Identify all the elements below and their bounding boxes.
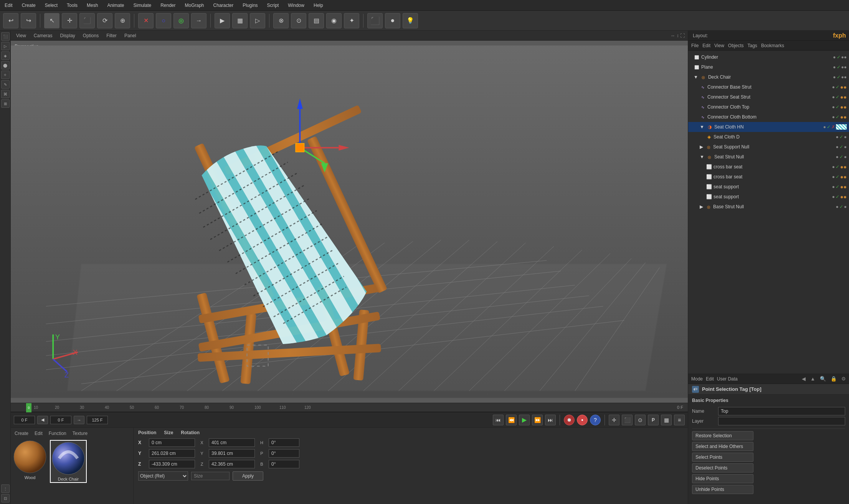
tree-item-base-strut-null[interactable]: ▶ ◎ Base Strut Null ● ✓ ● — [688, 202, 849, 212]
autokey-button[interactable]: ⊙ — [635, 415, 646, 425]
y-position-input[interactable] — [149, 449, 195, 458]
delete-button[interactable]: ✕ — [138, 13, 154, 28]
menu-create[interactable]: Create — [20, 2, 37, 9]
name-input[interactable] — [718, 407, 845, 415]
menu-character[interactable]: Character — [212, 2, 235, 9]
move-tool-button[interactable]: ✛ — [62, 13, 77, 28]
left-tool-bottom-1[interactable]: ⋮ — [1, 484, 10, 493]
prev-frame-button[interactable]: ⏪ — [506, 415, 517, 425]
redo-button[interactable]: ↪ — [21, 13, 36, 28]
menu-mesh[interactable]: Mesh — [85, 2, 99, 9]
skip-start-button[interactable]: ⏮ — [493, 415, 504, 425]
left-tool-5[interactable]: ⟡ — [1, 71, 10, 79]
current-frame-indicator[interactable]: 0 — [26, 403, 31, 412]
frame-prev-btn[interactable]: ◀ — [37, 416, 48, 424]
menu-window[interactable]: Window — [286, 2, 306, 9]
size-field[interactable] — [191, 472, 230, 480]
grid-button[interactable]: ▤ — [309, 13, 324, 28]
record-button[interactable]: ▦ — [232, 13, 248, 28]
play-button[interactable]: ▶ — [215, 13, 230, 28]
menu-select[interactable]: Select — [43, 2, 59, 9]
menu-mograph[interactable]: MoGraph — [183, 2, 206, 9]
viewport-tab-cameras[interactable]: Cameras — [31, 32, 55, 39]
z-size-input[interactable] — [209, 460, 255, 468]
expand-arrow-deck-chair[interactable]: ▼ — [694, 74, 698, 80]
tree-item-connector-seat-strut[interactable]: ∿ Connector Seat Strut ● ✓ ●● — [688, 92, 849, 102]
cube-view-button[interactable]: ⬛ — [367, 13, 383, 28]
frame-step-btn[interactable]: → — [74, 416, 84, 424]
menu-animate[interactable]: Animate — [106, 2, 126, 9]
menu-render[interactable]: Render — [159, 2, 177, 9]
render-preview-button[interactable]: ✦ — [344, 13, 359, 28]
play-forward-button[interactable]: ▶ — [519, 415, 530, 425]
tree-item-cross-bar-seat-1[interactable]: ⬜ cross bar seat ● ✓ ●● — [688, 162, 849, 172]
y-rotation-input[interactable] — [269, 449, 299, 458]
menu-simulate[interactable]: Simulate — [132, 2, 153, 9]
rotate-tool-button[interactable]: ⟳ — [97, 13, 112, 28]
keyframe-p-button[interactable]: P — [648, 415, 659, 425]
mat-tab-texture[interactable]: Texture — [71, 430, 89, 437]
record-button-red[interactable]: ⏺ — [564, 415, 575, 425]
tree-item-connector-cloth-bottom[interactable]: ∿ Connector Cloth Bottom ● ✓ ●● — [688, 112, 849, 122]
y-axis-button[interactable]: ○ — [156, 13, 171, 28]
props-settings-icon[interactable]: ⚙ — [841, 376, 846, 382]
left-tool-4[interactable]: ⬤ — [1, 61, 10, 69]
props-menu-userdata[interactable]: User Data — [717, 376, 738, 382]
mat-tab-create[interactable]: Create — [13, 430, 30, 437]
tree-item-seat-cloth-hn[interactable]: ▼ ◑ Seat Cloth HN ● ✓ ✗ — [688, 122, 849, 132]
light-button[interactable]: 💡 — [403, 13, 418, 28]
tree-item-cross-bar-seat-2[interactable]: ⬜ cross bar seat ● ✓ ●● — [688, 172, 849, 182]
props-lock-icon[interactable]: 🔒 — [831, 376, 837, 382]
mat-tab-function[interactable]: Function — [47, 430, 68, 437]
viewport-tab-display[interactable]: Display — [58, 32, 77, 39]
tree-item-seat-support-1[interactable]: ⬜ seat support ● ✓ ●● — [688, 182, 849, 192]
tree-item-plane[interactable]: ⬜ Plane ● ✓ ●● — [688, 62, 849, 72]
viewport-tab-filter[interactable]: Filter — [104, 32, 119, 39]
om-menu-edit[interactable]: Edit — [702, 43, 710, 48]
material-item-deck-chair[interactable]: Deck Chair — [50, 440, 87, 483]
tree-item-seat-support-null[interactable]: ▶ ◎ Seat Support Null ● ✓ ● — [688, 142, 849, 152]
props-nav-up[interactable]: ▲ — [810, 376, 815, 382]
om-menu-file[interactable]: File — [691, 43, 699, 48]
question-button[interactable]: ? — [590, 415, 601, 425]
keyframe-add-button[interactable]: ✛ — [609, 415, 619, 425]
left-tool-bottom-2[interactable]: ⊡ — [1, 494, 10, 502]
left-tool-2[interactable]: ▷ — [1, 42, 10, 50]
sphere-view-button[interactable]: ● — [385, 13, 400, 28]
next-frame-button[interactable]: ⏩ — [532, 415, 543, 425]
frame-start-input[interactable] — [14, 416, 35, 424]
viewport-expand-icon[interactable]: ↔ ↕ ⛶ — [671, 33, 685, 38]
unhide-points-button[interactable]: Unhide Points — [692, 485, 753, 494]
props-nav-left[interactable]: ◀ — [802, 376, 806, 382]
apply-button[interactable]: Apply — [233, 471, 263, 481]
arrow-button[interactable]: → — [191, 13, 206, 28]
tree-item-seat-support-2[interactable]: ⬜ seat support ● ✓ ●● — [688, 192, 849, 202]
layer-input[interactable] — [718, 417, 845, 425]
tree-item-deck-chair[interactable]: ▼ ◎ Deck Chair ● ✓ ●● — [688, 72, 849, 82]
menu-script[interactable]: Script — [266, 2, 281, 9]
select-tool-button[interactable]: ↖ — [44, 13, 59, 28]
x-size-input[interactable] — [209, 438, 255, 447]
menu-plugins[interactable]: Plugins — [241, 2, 259, 9]
x-rotation-input[interactable] — [269, 438, 299, 447]
left-tool-1[interactable]: ⬛ — [1, 32, 10, 41]
record-button-red2[interactable]: ● — [577, 415, 588, 425]
undo-button[interactable]: ↩ — [3, 13, 18, 28]
x-position-input[interactable] — [149, 438, 195, 447]
props-menu-mode[interactable]: Mode — [691, 376, 703, 382]
expand-arrow-seat-cloth[interactable]: ▼ — [700, 124, 704, 130]
props-search-icon[interactable]: 🔍 — [820, 376, 826, 382]
tree-item-connector-base-strut[interactable]: ∿ Connector Base Strut ● ✓ ●● — [688, 82, 849, 92]
expand-arrow-seat-strut[interactable]: ▼ — [700, 154, 704, 160]
restore-selection-button[interactable]: Restore Selection — [692, 431, 753, 440]
z-rotation-input[interactable] — [269, 460, 299, 468]
om-menu-bookmarks[interactable]: Bookmarks — [761, 43, 784, 48]
left-tool-7[interactable]: ⌘ — [1, 90, 10, 98]
new-object-button[interactable]: ⊗ — [273, 13, 289, 28]
props-menu-edit[interactable]: Edit — [706, 376, 714, 382]
viewport-3d[interactable]: Perspective — [11, 41, 688, 403]
frame-current-input[interactable] — [50, 416, 71, 424]
motion-button[interactable]: ▦ — [661, 415, 672, 425]
deselect-points-button[interactable]: Deselect Points — [692, 463, 753, 473]
hide-points-button[interactable]: Hide Points — [692, 474, 753, 483]
